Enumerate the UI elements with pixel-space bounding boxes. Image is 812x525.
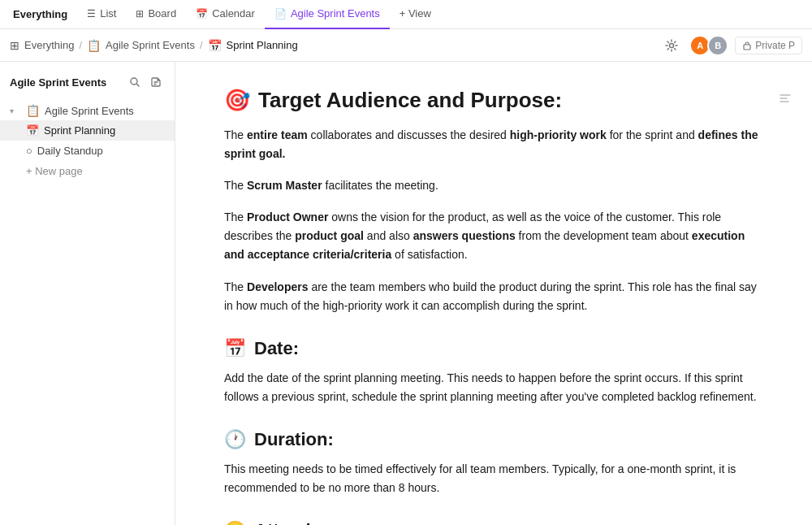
page-icon: 📄 [274,8,287,20]
svg-point-0 [670,43,674,47]
section-date: 📅 Date: Add the date of the sprint plann… [224,338,763,406]
breadcrumb-bar: ⊞ Everything / 📋 Agile Sprint Events / 📅… [0,29,812,62]
para-4: The Developers are the team members who … [224,278,763,315]
breadcrumb-everything[interactable]: Everything [24,39,74,51]
breadcrumb-sprint-planning: Sprint Planning [227,39,298,51]
sprint-planning-icon: 📅 [26,124,39,137]
para-6: This meeting needs to be timed effective… [224,460,763,497]
sidebar: Agile Sprint Events ▾ [0,62,175,525]
breadcrumb-agile-sprint[interactable]: Agile Sprint Events [106,39,195,51]
settings-button[interactable] [660,34,683,57]
svg-point-2 [131,78,137,85]
target-emoji: 🎯 [224,88,250,113]
section-target-audience: 🎯 Target Audience and Purpose: The entir… [224,88,763,315]
agile-sprint-events-icon: 📋 [26,104,40,117]
new-page-button[interactable]: + New page [0,161,175,181]
smile-emoji: 😀 [224,520,246,525]
avatar-group: A B [689,35,728,56]
tab-agile-sprint-events[interactable]: 📄 Agile Sprint Events [265,0,390,29]
daily-standup-icon: ○ [26,145,32,157]
para-2: The Scrum Master facilitates the meeting… [224,176,763,195]
breadcrumb-actions: A B Private P [660,34,802,57]
section-duration: 🕐 Duration: This meeting needs to be tim… [224,429,763,497]
main-content: 🎯 Target Audience and Purpose: The entir… [175,62,812,525]
chevron-down-icon: ▾ [10,106,21,115]
tab-list[interactable]: ☰ List [77,0,126,29]
avatar-2: B [707,35,728,56]
heading-attendees: 😀 Attendees: [224,520,763,525]
svg-rect-1 [744,45,750,50]
tab-board[interactable]: ⊞ Board [126,0,186,29]
sidebar-title: Agile Sprint Events [10,76,106,89]
sidebar-item-daily-standup[interactable]: ○ Daily Standup [0,141,175,161]
heading-target-audience: 🎯 Target Audience and Purpose: [224,88,763,113]
calendar-emoji: 📅 [224,338,246,359]
tab-add-view[interactable]: + View [390,0,441,29]
everything-icon: ⊞ [10,39,19,52]
tab-calendar[interactable]: 📅 Calendar [186,0,265,29]
sidebar-collapse-button[interactable] [147,73,165,91]
top-navigation: Everything ☰ List ⊞ Board 📅 Calendar 📄 A… [0,0,812,29]
para-5: Add the date of the sprint planning meet… [224,369,763,406]
board-icon: ⊞ [136,8,144,20]
para-1: The entire team collaborates and discuss… [224,126,763,163]
section-attendees: 😀 Attendees: Add all meeting attendees h… [224,520,763,525]
sidebar-item-agile-sprint-events[interactable]: ▾ 📋 Agile Sprint Events [0,101,175,120]
list-icon: ☰ [87,8,96,20]
private-badge[interactable]: Private P [735,37,802,54]
main-area: Agile Sprint Events ▾ [0,62,812,525]
sidebar-item-sprint-planning[interactable]: 📅 Sprint Planning [0,120,175,141]
calendar-icon: 📅 [196,8,208,20]
agile-icon: 📋 [87,39,101,52]
sidebar-search-button[interactable] [126,73,144,91]
sprint-planning-icon: 📅 [208,39,222,52]
clock-emoji: 🕐 [224,429,246,450]
app-brand[interactable]: Everything [6,8,74,20]
sidebar-tree: ▾ 📋 Agile Sprint Events 📅 Sprint Plannin… [0,99,175,183]
heading-date: 📅 Date: [224,338,763,359]
toc-button[interactable] [775,88,796,112]
para-3: The Product Owner owns the vision for th… [224,208,763,264]
sidebar-header: Agile Sprint Events [0,68,175,99]
heading-duration: 🕐 Duration: [224,429,763,450]
